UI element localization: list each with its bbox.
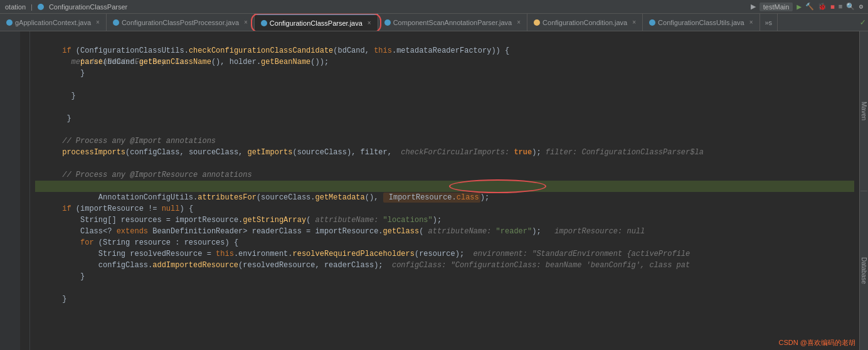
build-icon[interactable]: 🔨: [805, 3, 814, 11]
line-num: [0, 113, 16, 124]
status-indicator: ✓: [860, 14, 868, 31]
more-tools-icon[interactable]: ≡: [839, 3, 843, 11]
debug-icon[interactable]: 🐞: [818, 3, 827, 11]
line-num: [0, 147, 16, 158]
title-bar: otation | ConfigurationClassParser ▶ tes…: [0, 0, 868, 14]
tab-parser[interactable]: ConfigurationClassParser.java ×: [255, 14, 378, 31]
run-button[interactable]: ▶: [797, 2, 802, 12]
code-line: parse(bdCand.getBeanClassName(), holder.…: [35, 45, 854, 56]
tab-app-context[interactable]: gApplicationContext.java ×: [0, 14, 107, 31]
line-num: [0, 248, 16, 260]
tab-post-processor[interactable]: ConfigurationClassPostProcessor.java ×: [107, 14, 255, 31]
toolbar: ▶ testMain ▶ 🔨 🐞 ◼ ≡ 🔍 ⚙: [751, 2, 863, 12]
line-num: [0, 102, 16, 113]
code-line: }: [35, 260, 854, 271]
settings-icon[interactable]: ⚙: [859, 3, 863, 11]
code-line: [35, 90, 854, 102]
line-num: [0, 203, 16, 215]
line-numbers: [0, 31, 20, 350]
tab-close-app-context[interactable]: ×: [96, 19, 100, 26]
code-line: for (String resource : resources) {: [35, 226, 854, 237]
line-num: [0, 135, 16, 147]
stop-icon[interactable]: ◼: [830, 3, 835, 11]
code-line: // Process any @Import annotations: [35, 124, 854, 135]
line-num: [0, 181, 16, 192]
line-num: [0, 169, 16, 181]
database-label: Database: [860, 257, 867, 284]
tab-icon: [261, 20, 267, 26]
code-line: if (importResource != null) {: [35, 192, 854, 203]
tab-close-post-processor[interactable]: ×: [244, 19, 248, 26]
code-editor[interactable]: if (ConfigurationClassUtils.checkConfigu…: [30, 31, 859, 350]
import-resource-oval: [449, 179, 546, 193]
code-line: [35, 68, 854, 79]
line-num: [0, 34, 16, 45]
tab-component-scan[interactable]: ComponentScanAnnotationParser.java ×: [378, 14, 527, 31]
run-config-label: ▶: [751, 3, 756, 11]
editor-container: if (ConfigurationClassUtils.checkConfigu…: [0, 31, 868, 350]
database-panel[interactable]: Database: [860, 191, 867, 351]
line-num: [0, 79, 16, 90]
title-rotation: otation: [5, 3, 26, 11]
line-num: [0, 45, 16, 56]
gutter: [20, 31, 30, 350]
tab-utils[interactable]: ConfigurationClassUtils.java ×: [643, 14, 760, 31]
tab-close-parser[interactable]: ×: [368, 19, 371, 26]
line-num: [0, 215, 16, 226]
tab-condition[interactable]: ConfigurationCondition.java ×: [527, 14, 643, 31]
line-num: [0, 90, 16, 102]
title-icon: [38, 4, 44, 10]
maven-label: Maven: [860, 102, 867, 120]
code-line: AnnotationAttributes importResource = im…: [35, 169, 854, 181]
line-num: [0, 271, 16, 282]
code-line: [35, 271, 854, 282]
maven-panel[interactable]: Maven: [860, 31, 867, 191]
code-line: Class<? extends BeanDefinitionReader> re…: [35, 215, 854, 226]
code-line: processImports(configClass, sourceClass,…: [35, 135, 854, 147]
line-num: [0, 282, 16, 294]
title-classname: ConfigurationClassParser: [49, 3, 127, 11]
tab-close-component-scan[interactable]: ×: [517, 19, 521, 26]
code-line: [35, 147, 854, 158]
tab-icon: [534, 19, 540, 26]
line-num: [0, 237, 16, 248]
line-num: [0, 68, 16, 79]
code-line: // Process any @ImportResource annotatio…: [35, 158, 854, 169]
code-line-highlighted: AnnotationConfigUtils.attributesFor(sour…: [35, 181, 854, 192]
tab-icon: [649, 19, 655, 26]
tab-icon: [113, 19, 119, 26]
code-line: }: [35, 102, 854, 113]
line-num: [0, 192, 16, 203]
tab-close-condition[interactable]: ×: [632, 19, 636, 26]
code-line: configClass.addImportedResource(resolved…: [35, 248, 854, 260]
line-num: [0, 56, 16, 68]
csdn-watermark: CSDN @喜欢编码的老胡: [779, 338, 855, 347]
tab-close-utils[interactable]: ×: [749, 19, 753, 26]
line-num: [0, 226, 16, 237]
code-line: }: [35, 79, 854, 90]
code-line: if (ConfigurationClassUtils.checkConfigu…: [35, 34, 854, 45]
code-line: [35, 113, 854, 124]
tab-more[interactable]: »s: [760, 14, 778, 31]
search-icon[interactable]: 🔍: [846, 3, 855, 11]
run-config-name[interactable]: testMain: [760, 3, 793, 11]
line-num: [0, 124, 16, 135]
right-panel: Maven Database: [859, 31, 868, 350]
line-num: [0, 260, 16, 271]
tab-icon: [384, 19, 391, 26]
code-line: String[] resources = importResource.getS…: [35, 203, 854, 215]
tab-bar: gApplicationContext.java × Configuration…: [0, 14, 868, 31]
code-line: String resolvedResource = this.environme…: [35, 237, 854, 248]
line-num: [0, 158, 16, 169]
code-line: }: [35, 282, 854, 294]
tab-icon: [6, 19, 13, 26]
code-line: }: [35, 56, 854, 68]
check-icon: ✓: [860, 17, 865, 28]
